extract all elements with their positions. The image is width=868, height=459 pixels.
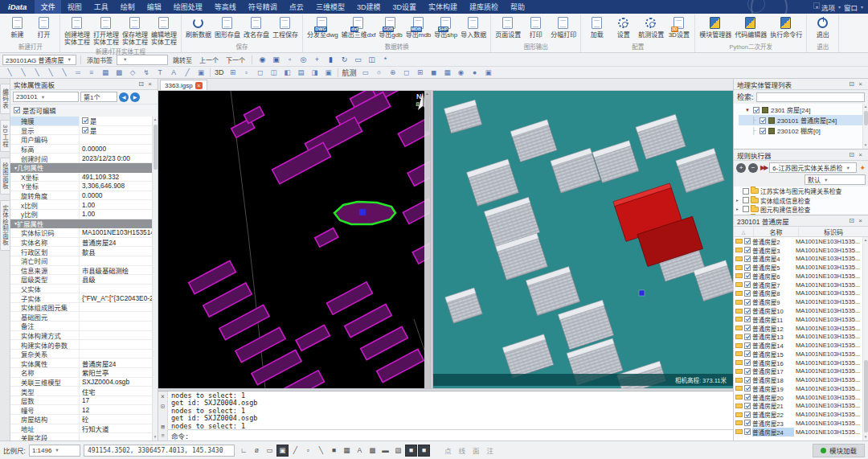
options-menu[interactable]: 选项 [821,2,835,12]
checkbox[interactable] [743,197,749,203]
checkbox[interactable] [744,264,751,271]
table-row[interactable]: 普通房屋13 MA1001NE103H1535... [735,332,862,341]
solid-box-icon[interactable]: ▣ [322,68,335,78]
checkbox[interactable] [744,420,751,426]
property-row[interactable]: 标高 0.00000 [10,145,152,154]
table-row[interactable]: 普通房屋2 MA1001NE103H1535... [735,237,862,246]
close-icon[interactable]: × [158,393,167,400]
half-right-icon[interactable]: ◨ [309,68,321,78]
camera-icon[interactable]: ◉ [455,68,468,78]
ortho-angle-icon[interactable]: ∟ [238,445,250,457]
property-row[interactable]: 父实体 [10,285,152,294]
3d-mode-label[interactable]: 3D [213,68,226,76]
checkbox[interactable] [744,325,751,331]
export-mdb-button[interactable]: MDB导出mdb [404,15,433,39]
float-panel-icon[interactable]: ⊡ [847,80,856,88]
app-logo[interactable]: iData [0,2,35,11]
export-view-icon[interactable]: ▣ [482,68,495,78]
property-row[interactable]: 关联三维模型 SXJZ0004.osgb [10,378,152,387]
checkbox[interactable] [744,290,751,297]
rule-scheme-combo[interactable]: 6-江苏图元实体关系质检▼ [769,162,857,173]
table-row[interactable]: 普通房屋19 MA1001NE103H1535... [735,384,862,393]
menu-tab[interactable]: 帮助 [504,0,530,14]
aerial-survey-settings-button[interactable]: 航测设置 [637,15,665,39]
zoom-window-icon[interactable]: ▣ [270,55,282,65]
table-row[interactable]: 普通房屋3 MA1001NE103H1535... [735,246,862,255]
run-check-icon[interactable]: ✦ [859,164,866,172]
expand-icon[interactable]: ▸ [736,207,741,211]
table-header[interactable]: △ 名称 标识码 [734,227,868,237]
menu-tab[interactable]: 工具 [88,0,114,14]
property-row[interactable]: 实体属性 普通房屋24 [10,359,152,368]
asterisk-icon[interactable]: * [379,55,391,65]
new-button[interactable]: 新建 [4,15,31,39]
table-row[interactable]: 普通房屋8 MA1001NE103H1535... [735,289,862,298]
checkbox[interactable] [744,377,751,383]
hatch-icon[interactable]: ▦ [441,68,454,78]
save-project-button[interactable]: 工程保存 [271,15,300,39]
float-panel-icon[interactable]: ⊡ [137,80,145,88]
entity-code-combo[interactable]: 230101AG 普通房屋▼ [2,55,76,65]
rect-toggle-icon[interactable]: ▭ [264,445,276,457]
console-cmd-icon[interactable]: ≡ [161,432,164,439]
map-2d-view[interactable]: N 8° ▲ [158,91,430,388]
add-rule-button[interactable]: + [736,163,746,173]
menu-tab[interactable]: 文件 [35,0,61,14]
float-panel-icon[interactable]: ⊡ [847,151,856,158]
grid-3d-icon[interactable]: ⊞ [227,68,240,78]
snap-line-icon[interactable]: ╲ [58,68,71,78]
checkbox[interactable] [744,385,751,391]
expand-icon[interactable]: ▸ [736,198,741,203]
checkbox[interactable] [744,334,751,340]
checkbox[interactable] [760,117,766,124]
rect-select-icon[interactable]: ◇ [126,68,139,78]
property-row[interactable]: 行政区划 歙县 [10,247,152,256]
half-left-icon[interactable]: ◧ [281,68,294,78]
table-row[interactable]: 普通房屋18 MA1001NE103H1535... [735,375,862,384]
column-name[interactable]: 名称 [753,227,798,236]
load-button[interactable]: 加载 [583,15,610,39]
solid-toggle-icon[interactable]: ■ [328,445,340,457]
selection-handle-3d[interactable] [639,290,645,296]
property-row[interactable]: 层级类型 县级 [10,275,152,285]
image-toggle-icon[interactable]: ▨ [392,445,404,457]
font-icon[interactable]: A [167,68,180,78]
code-editor-button[interactable]: 代码编辑器 [733,15,768,39]
rule-tree-node[interactable]: ▸ 处理 [736,214,868,215]
draw-point-icon[interactable]: ╲ [3,68,16,78]
table-row[interactable]: 普通房屋21 MA1001NE103H1535... [735,402,862,411]
export-dwg-button[interactable]: DWG分发至dwg [305,15,340,39]
refresh-view-icon[interactable]: ↻ [338,55,350,65]
map-2d-scrollbar[interactable]: ▲ [424,91,430,388]
module-manager-button[interactable]: 模块管理器 [698,15,733,39]
property-row[interactable]: 几何属性 [10,163,152,173]
property-row[interactable]: X坐标 491,109.332 [10,173,152,182]
line-toggle-icon[interactable]: ╱ [289,445,301,457]
property-row[interactable]: 名称 紫阳兰亭 [10,368,152,378]
refresh-data-button[interactable]: 刷新数据 [184,15,213,39]
checkbox[interactable] [744,350,751,357]
text-icon[interactable]: T [154,68,166,78]
page-setup-button[interactable]: 页面设置 [493,15,522,39]
menu-tab[interactable]: 等高线 [208,0,242,14]
filled-box-icon[interactable]: ◼ [428,68,440,78]
entity-table-rows[interactable]: 普通房屋2 MA1001NE103H1535... 普通房屋3 MA1001NE… [734,237,862,441]
checkbox[interactable] [82,117,88,124]
hatch-toggle-icon[interactable]: ▩ [366,445,379,457]
menu-tab[interactable]: 编辑 [141,0,167,14]
bar-toggle-icon[interactable]: ▬ [379,445,391,457]
save-as-button[interactable]: 改名存盘 [242,15,271,39]
table-row[interactable]: 普通房屋22 MA1001NE103H1535... [735,410,862,419]
edit-geo-entity-project-button[interactable]: 编辑地理 实体工程 [149,15,178,46]
table-row[interactable]: 普通房屋17 MA1001NE103H1535... [735,367,862,375]
open-view-icon[interactable]: ▭ [352,55,364,65]
multi-line-icon[interactable]: ≡ [85,68,98,78]
map-2d-canvas[interactable] [158,91,430,388]
property-row[interactable]: 幢号 12 [10,405,152,415]
frame-icon[interactable]: ▭ [359,68,372,78]
remove-rule-button[interactable]: − [748,163,758,173]
table-row[interactable]: 普通房屋6 MA1001NE103H1535... [735,272,862,281]
bookmark-combo[interactable]: ▼ [117,55,168,65]
dock-tab-3d-project[interactable]: 3D工程 [0,120,10,153]
property-row[interactable]: 实体组成图元集 [10,303,152,313]
